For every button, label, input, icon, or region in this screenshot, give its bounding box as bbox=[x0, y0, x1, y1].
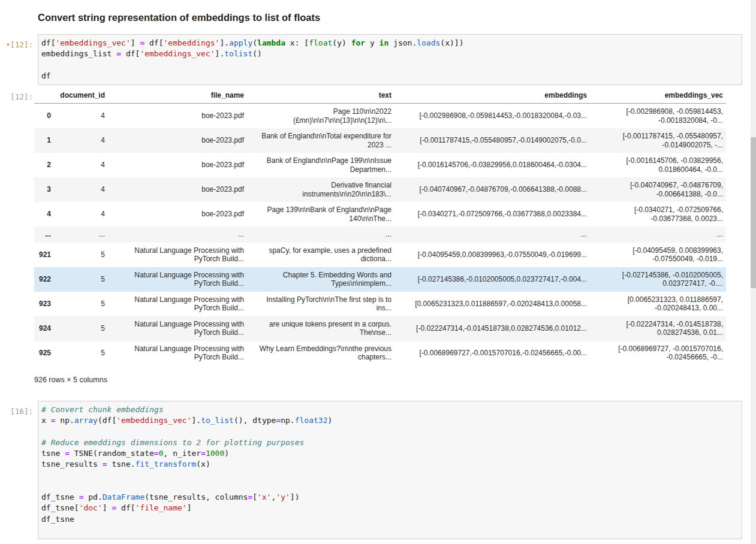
table-cell: Natural Language Processing with PyTorch… bbox=[108, 292, 247, 316]
column-header: embeddings bbox=[394, 89, 590, 104]
table-row: 9225Natural Language Processing with PyT… bbox=[34, 267, 726, 292]
table-cell: boe-2023.pdf bbox=[108, 177, 247, 202]
row-index: 921 bbox=[34, 243, 54, 267]
input-prompt-12: •[12]: bbox=[0, 34, 38, 50]
table-cell: [-0.04095459, 0.008399963, -0.07550049, … bbox=[590, 243, 726, 267]
row-index: 922 bbox=[34, 267, 54, 292]
vertical-scrollbar-track[interactable] bbox=[751, 0, 756, 544]
code-line bbox=[41, 60, 739, 71]
table-cell: [-0.0011787415, -0.055480957, -0.0149002… bbox=[590, 128, 726, 153]
code-line: df['embeddings_vec'] = df['embeddings'].… bbox=[41, 38, 739, 49]
table-cell: 5 bbox=[54, 316, 108, 341]
table-row: 24boe-2023.pdfBank of England\n\nPage 19… bbox=[34, 153, 726, 177]
code-line: # Reduce emeddings dimensions to 2 for p… bbox=[41, 437, 739, 448]
table-row: 9245Natural Language Processing with PyT… bbox=[34, 316, 726, 341]
code-line: df_tsne['doc'] = df['file_name'] bbox=[41, 503, 739, 513]
table-header-row: document_idfile_nametextembeddingsembedd… bbox=[34, 89, 726, 104]
notebook-area: Convert string representation of embeddi… bbox=[0, 0, 756, 539]
column-header: document_id bbox=[54, 89, 108, 104]
table-cell: 5 bbox=[54, 292, 108, 316]
table-cell: [-0.040740967, -0.04876709, -0.006641388… bbox=[590, 177, 726, 202]
table-cell: are unique tokens present in a corpus. T… bbox=[247, 316, 394, 341]
table-row: 34boe-2023.pdfDerivative financial instr… bbox=[34, 177, 726, 202]
code-line: x = np.array(df['embeddings_vec'].to_lis… bbox=[41, 415, 739, 426]
table-cell: ... bbox=[247, 226, 394, 243]
table-cell: Page 110\n\n2022 (£mn)\n\n7\n\n(13)\n\n(… bbox=[247, 104, 394, 129]
code-line: df_tsne = pd.DataFrame(tsne_results, col… bbox=[41, 492, 739, 503]
column-header bbox=[34, 89, 54, 104]
row-index: 925 bbox=[34, 341, 54, 365]
table-cell: Bank of England\n\nPage 199\n\nIssue Dep… bbox=[247, 153, 394, 177]
table-cell: boe-2023.pdf bbox=[108, 153, 247, 177]
row-index: 3 bbox=[34, 177, 54, 202]
row-index: 924 bbox=[34, 316, 54, 341]
table-cell: [-0.0340271, -0.072509766, -0.03677368, … bbox=[590, 202, 726, 226]
table-cell: 5 bbox=[54, 341, 108, 365]
dataframe-shape-label: 926 rows × 5 columns bbox=[34, 376, 726, 384]
code-line: df_tsne bbox=[41, 514, 739, 525]
table-row: 04boe-2023.pdfPage 110\n\n2022 (£mn)\n\n… bbox=[34, 104, 726, 129]
row-index: 923 bbox=[34, 292, 54, 316]
table-row: .................. bbox=[34, 226, 726, 243]
row-index: ... bbox=[34, 226, 54, 243]
table-cell: [-0.0068969727, -0.0015707016, -0.024566… bbox=[590, 341, 726, 365]
table-cell: 4 bbox=[54, 177, 108, 202]
code-line bbox=[41, 481, 739, 492]
column-header: file_name bbox=[108, 89, 247, 104]
code-line: tsne_results = tsne.fit_transform(x) bbox=[41, 459, 739, 470]
table-cell: 4 bbox=[54, 104, 108, 129]
code-cell-12: •[12]: df['embeddings_vec'] = df['embedd… bbox=[0, 34, 756, 85]
table-cell: [0.0065231323,0.011886597,-0.020248413,0… bbox=[394, 292, 590, 316]
table-cell: Natural Language Processing with PyTorch… bbox=[108, 341, 247, 365]
table-cell: 5 bbox=[54, 267, 108, 292]
table-cell: Page 139\n\nBank of England\n\nPage 140\… bbox=[247, 202, 394, 226]
table-cell: [-0.04095459,0.008399963,-0.07550049,-0.… bbox=[394, 243, 590, 267]
table-cell: [-0.040740967,-0.04876709,-0.006641388,-… bbox=[394, 177, 590, 202]
table-cell: boe-2023.pdf bbox=[108, 202, 247, 226]
table-cell: ... bbox=[590, 226, 726, 243]
code-editor-12[interactable]: df['embeddings_vec'] = df['embeddings'].… bbox=[38, 34, 742, 85]
table-row: 44boe-2023.pdfPage 139\n\nBank of Englan… bbox=[34, 202, 726, 226]
table-cell: [-0.002986908, -0.059814453, -0.00183200… bbox=[590, 104, 726, 129]
code-editor-16[interactable]: # Convert chunk embeddingsx = np.array(d… bbox=[38, 401, 742, 540]
table-cell: [-0.0016145706,-0.03829956,0.018600464,-… bbox=[394, 153, 590, 177]
vertical-scrollbar-thumb[interactable] bbox=[751, 137, 756, 288]
table-cell: ... bbox=[108, 226, 247, 243]
table-cell: [-0.0016145706, -0.03829956, 0.018600464… bbox=[590, 153, 726, 177]
table-cell: Chapter 5. Embedding Words and Types\n\n… bbox=[247, 267, 394, 292]
code-line bbox=[41, 470, 739, 480]
table-row: 9215Natural Language Processing with PyT… bbox=[34, 243, 726, 267]
row-index: 2 bbox=[34, 153, 54, 177]
row-index: 4 bbox=[34, 202, 54, 226]
dataframe-table: document_idfile_nametextembeddingsembedd… bbox=[34, 89, 726, 365]
code-line: df bbox=[41, 71, 739, 81]
table-cell: [-0.022247314, -0.014518738, 0.028274536… bbox=[590, 316, 726, 341]
column-header: embeddings_vec bbox=[590, 89, 726, 104]
table-cell: Natural Language Processing with PyTorch… bbox=[108, 243, 247, 267]
table-cell: 4 bbox=[54, 202, 108, 226]
column-header: text bbox=[247, 89, 394, 104]
table-cell: spaCy, for example, uses a predefined di… bbox=[247, 243, 394, 267]
table-cell: ... bbox=[394, 226, 590, 243]
code-line bbox=[41, 426, 739, 437]
table-cell: boe-2023.pdf bbox=[108, 104, 247, 129]
table-cell: Derivative financial instruments\n\n20\n… bbox=[247, 177, 394, 202]
row-index: 1 bbox=[34, 128, 54, 153]
input-prompt-16: [16]: bbox=[0, 401, 38, 416]
output-prompt-12: [12]: bbox=[0, 89, 34, 102]
table-cell: 4 bbox=[54, 153, 108, 177]
table-cell: ... bbox=[54, 226, 108, 243]
markdown-heading: Convert string representation of embeddi… bbox=[0, 0, 756, 23]
table-cell: [-0.0011787415,-0.055480957,-0.014900207… bbox=[394, 128, 590, 153]
table-cell: Natural Language Processing with PyTorch… bbox=[108, 267, 247, 292]
table-row: 9255Natural Language Processing with PyT… bbox=[34, 341, 726, 365]
table-cell: boe-2023.pdf bbox=[108, 128, 247, 153]
output-area-12: [12]: document_idfile_nametextembeddings… bbox=[0, 89, 756, 384]
code-line: embeddings_list = df['embeddings_vec'].t… bbox=[41, 49, 739, 59]
table-cell: Natural Language Processing with PyTorch… bbox=[108, 316, 247, 341]
table-cell: Bank of England\n\nTotal expenditure for… bbox=[247, 128, 394, 153]
code-cell-16: [16]: # Convert chunk embeddingsx = np.a… bbox=[0, 401, 756, 540]
table-cell: [-0.027145386, -0.0102005005, 0.02372741… bbox=[590, 267, 726, 292]
dataframe-output: document_idfile_nametextembeddingsembedd… bbox=[34, 89, 726, 384]
table-cell: [-0.022247314,-0.014518738,0.028274536,0… bbox=[394, 316, 590, 341]
